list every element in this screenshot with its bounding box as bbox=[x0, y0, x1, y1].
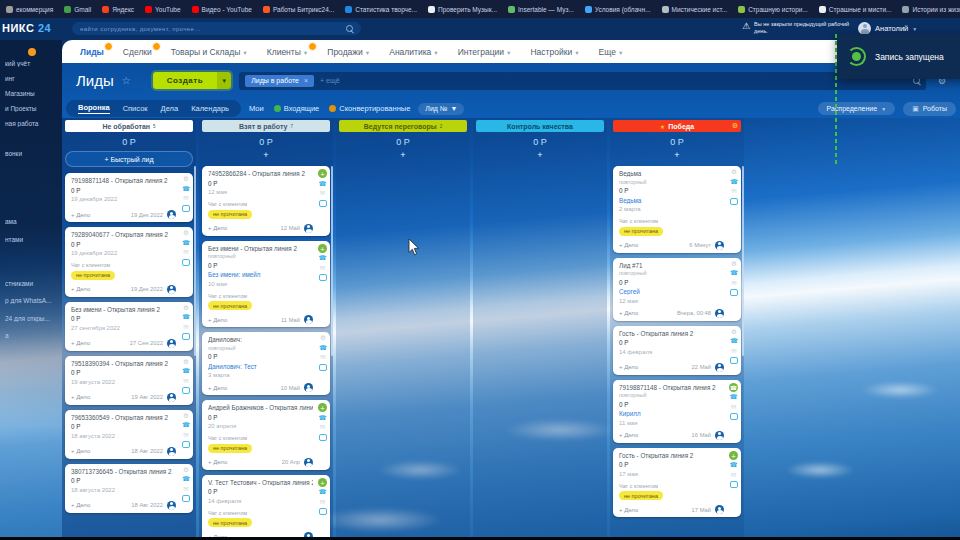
view-tab-список[interactable]: Список bbox=[123, 104, 148, 113]
gear-icon[interactable]: ⚙ bbox=[320, 335, 326, 342]
mail-icon[interactable]: ✉ bbox=[183, 249, 188, 256]
lead-card-title[interactable]: Данилович: bbox=[208, 336, 313, 343]
lead-card-title[interactable]: Без имени - Открытая линия 2 bbox=[208, 245, 313, 252]
column-scrollbar[interactable] bbox=[194, 166, 196, 356]
mail-icon[interactable]: ✉ bbox=[320, 424, 325, 431]
nav-tab-продажи[interactable]: Продажи▼ bbox=[327, 47, 370, 57]
gear-icon[interactable]: ⚙ bbox=[731, 329, 737, 336]
phone-icon[interactable]: ☎ bbox=[729, 462, 737, 469]
assignee-avatar[interactable] bbox=[167, 339, 176, 348]
sidebar-item[interactable]: 24 для откры... bbox=[5, 315, 61, 322]
chat-bubble-icon[interactable] bbox=[182, 205, 190, 212]
bookmark-item[interactable]: Gmail bbox=[64, 6, 91, 13]
sidebar-marketplace-icon[interactable] bbox=[28, 48, 36, 56]
nav-tab-товары-и-склады[interactable]: Товары и Склады▼ bbox=[171, 47, 248, 57]
bookmark-item[interactable]: Условия (облачн... bbox=[585, 6, 651, 13]
phone-icon[interactable]: ☎ bbox=[730, 179, 738, 186]
lead-contact-link[interactable]: Данилович: Тест bbox=[208, 363, 313, 370]
sidebar-item[interactable]: ама bbox=[5, 218, 61, 225]
phone-icon[interactable]: ☎ bbox=[318, 181, 326, 188]
global-search-input[interactable]: найти сотрудника, документ, прочее... bbox=[72, 22, 361, 35]
quick-filter-сконвертированные[interactable]: Сконвертированные bbox=[329, 104, 410, 113]
bitrix24-logo[interactable]: НИКС 24 bbox=[2, 22, 51, 34]
assignee-avatar[interactable] bbox=[304, 383, 313, 392]
mail-icon[interactable]: ✉ bbox=[320, 499, 325, 506]
gear-icon[interactable]: ⚙ bbox=[731, 261, 737, 268]
lead-contact-link[interactable]: Ведьма bbox=[619, 197, 724, 204]
chat-bubble-icon[interactable] bbox=[319, 274, 327, 281]
source-phone-badge-icon[interactable]: ☎ bbox=[729, 383, 738, 392]
chat-bubble-icon[interactable] bbox=[319, 508, 327, 515]
mail-icon[interactable]: ✉ bbox=[183, 486, 188, 493]
chat-bubble-icon[interactable] bbox=[730, 198, 738, 205]
lead-contact-link[interactable]: Сергей bbox=[619, 288, 724, 295]
assignee-avatar[interactable] bbox=[167, 393, 176, 402]
assignee-avatar[interactable] bbox=[167, 210, 176, 219]
add-activity-link[interactable]: + Дело bbox=[71, 212, 90, 218]
assignee-avatar[interactable] bbox=[715, 431, 724, 440]
column-scrollbar[interactable] bbox=[331, 166, 333, 356]
phone-icon[interactable]: ☎ bbox=[182, 314, 190, 321]
kanban-column-header[interactable]: ★Победа⚙ bbox=[613, 120, 741, 132]
mail-icon[interactable]: ✉ bbox=[320, 190, 325, 197]
filter-preset-chip[interactable]: Лиды в работе × bbox=[245, 75, 314, 87]
assignee-avatar[interactable] bbox=[304, 458, 313, 467]
add-activity-link[interactable]: + Дело bbox=[208, 385, 227, 391]
nav-tab-сделки[interactable]: Сделки bbox=[123, 47, 152, 57]
chat-bubble-icon[interactable] bbox=[730, 289, 738, 296]
phone-icon[interactable]: ☎ bbox=[182, 240, 190, 247]
lead-card-title[interactable]: Без имени - Открытая линия 2 bbox=[71, 306, 176, 313]
nav-tab-лиды[interactable]: Лиды bbox=[80, 47, 104, 57]
gear-icon[interactable]: ⚙ bbox=[183, 413, 189, 420]
lead-contact-link[interactable]: Кирилл bbox=[619, 410, 724, 417]
mail-icon[interactable]: ✉ bbox=[731, 188, 736, 195]
lead-card-title[interactable]: Гость - Открытая линия 2 bbox=[619, 452, 724, 459]
assignee-avatar[interactable] bbox=[304, 224, 313, 233]
create-dropdown-arrow[interactable]: ▼ bbox=[217, 72, 231, 89]
add-card-button[interactable]: + bbox=[476, 151, 604, 160]
mail-icon[interactable]: ✉ bbox=[731, 348, 736, 355]
sidebar-item[interactable]: р для WhatsA... bbox=[5, 297, 61, 304]
nav-tab-еще[interactable]: Еще▼ bbox=[599, 47, 624, 57]
add-card-button[interactable]: + bbox=[613, 151, 741, 160]
mail-icon[interactable]: ✉ bbox=[183, 432, 188, 439]
phone-icon[interactable]: ☎ bbox=[730, 270, 738, 277]
assignee-avatar[interactable] bbox=[167, 285, 176, 294]
view-tab-дела[interactable]: Дела bbox=[161, 104, 179, 113]
source-plus-badge-icon[interactable]: + bbox=[729, 451, 738, 460]
lead-card[interactable]: Лид #71повторный0 РСергей12 мая⚙☎✉+ Дело… bbox=[613, 258, 741, 321]
assignee-avatar[interactable] bbox=[715, 309, 724, 318]
gear-icon[interactable]: ⚙ bbox=[183, 230, 189, 237]
add-activity-link[interactable]: + Дело bbox=[71, 448, 90, 454]
add-activity-link[interactable]: + Дело bbox=[208, 225, 227, 231]
nav-tab-настройки[interactable]: Настройки▼ bbox=[530, 47, 579, 57]
mail-icon[interactable]: ✉ bbox=[183, 324, 188, 331]
remove-filter-icon[interactable]: × bbox=[304, 77, 308, 84]
assignee-avatar[interactable] bbox=[304, 315, 313, 324]
lead-card[interactable]: Андрей Бражников - Открытая линия 20 Р20… bbox=[202, 400, 330, 470]
mail-icon[interactable]: ✉ bbox=[320, 354, 325, 361]
sidebar-item[interactable]: и Проекты bbox=[5, 105, 61, 112]
quick-lead-button[interactable]: + Быстрый лид bbox=[65, 151, 193, 167]
phone-icon[interactable]: ☎ bbox=[730, 338, 738, 345]
mail-icon[interactable]: ✉ bbox=[183, 378, 188, 385]
add-activity-link[interactable]: + Дело bbox=[619, 507, 638, 513]
add-activity-link[interactable]: + Дело bbox=[71, 340, 90, 346]
bookmark-item[interactable]: Яндекс bbox=[102, 6, 134, 13]
lead-card-title[interactable]: 74952866284 - Открытая линия 2 bbox=[208, 170, 313, 177]
bookmark-item[interactable]: Видео - YouTube bbox=[192, 6, 252, 13]
lead-card[interactable]: 380713736645 - Открытая линия 20 Р18 авг… bbox=[65, 464, 193, 513]
gear-icon[interactable]: ⚙ bbox=[183, 467, 189, 474]
lead-contact-link[interactable]: Без имени: имейл bbox=[208, 271, 313, 278]
lead-card-title[interactable]: 79289040677 - Открытая линия 2 bbox=[71, 231, 176, 238]
gear-icon[interactable]: ⚙ bbox=[183, 305, 189, 312]
chat-bubble-icon[interactable] bbox=[182, 441, 190, 448]
column-scrollbar[interactable] bbox=[742, 166, 744, 356]
bookmark-item[interactable]: Работы Битрикс24... bbox=[263, 6, 334, 13]
bookmark-item[interactable]: Статистика творче... bbox=[345, 6, 417, 13]
sidebar-item[interactable]: стниками bbox=[5, 280, 61, 287]
mail-icon[interactable]: ✉ bbox=[731, 404, 736, 411]
source-plus-badge-icon[interactable]: + bbox=[318, 169, 327, 178]
lead-card-title[interactable]: 79198871148 - Открытая линия 2 bbox=[619, 384, 724, 391]
robots-button[interactable]: ▣ Роботы bbox=[903, 102, 956, 116]
